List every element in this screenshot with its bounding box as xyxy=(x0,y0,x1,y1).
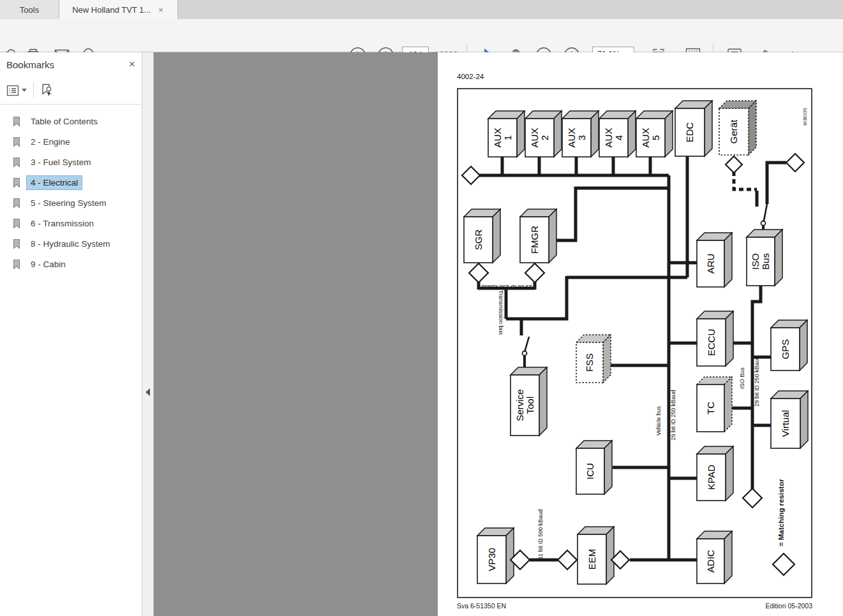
bookmark-item-label: 4 - Electrical xyxy=(26,175,82,190)
svg-text:ADIC: ADIC xyxy=(705,550,716,573)
wiring-diagram: AUX1AUX2AUX3AUX4AUX5EDCGerätSGRFMGRServi… xyxy=(457,88,812,598)
diagram-label: 29 bit ID 250 kBaud xyxy=(670,390,676,440)
tab-document-label: New Holland TVT 1... xyxy=(72,5,151,15)
diagram-box-geraet: Gerät xyxy=(719,101,756,155)
bookmarks-panel: Bookmarks × xyxy=(0,52,142,616)
diagram-box-icu: ICU xyxy=(576,441,612,494)
diagram-label: 29 bit ID 250 kBaud xyxy=(481,284,532,290)
bookmark-icon xyxy=(12,177,21,188)
svg-text:Gerät: Gerät xyxy=(728,119,739,143)
bookmark-item[interactable]: 6 - Transmission xyxy=(0,213,142,233)
diagram-label: Transmission bus xyxy=(498,290,504,335)
bookmark-item-label: Table of Contents xyxy=(26,114,102,129)
diagram-border xyxy=(458,89,812,598)
bookmark-icon xyxy=(12,157,21,168)
footer-document-code: Sva 6-51350 EN xyxy=(457,602,506,610)
svg-text:EEM: EEM xyxy=(586,549,597,570)
diagram-label: = Matching resistor xyxy=(777,479,785,546)
bookmark-item[interactable]: 3 - Fuel System xyxy=(0,152,142,172)
svg-text:ICU: ICU xyxy=(585,463,595,480)
bookmark-item-label: 9 - Cabin xyxy=(26,257,70,272)
tab-tools-label: Tools xyxy=(20,5,39,15)
diagram-label: Vehicle bus xyxy=(655,406,662,436)
diagram-box-eccu: ECCU xyxy=(697,311,733,366)
figure-number: 4002-24 xyxy=(457,73,484,80)
footer-edition: Edition 05-2003 xyxy=(765,602,812,610)
diagram-box-iso_bus: ISOBus xyxy=(747,230,782,286)
diagram-label: SC03E06 xyxy=(803,108,807,126)
tab-bar: Tools New Holland TVT 1... × xyxy=(0,0,843,20)
svg-text:TC: TC xyxy=(705,402,716,414)
diagram-box-aux5: AUX5 xyxy=(636,111,673,157)
svg-text:FMGR: FMGR xyxy=(529,226,540,254)
diagram-box-fmgr: FMGR xyxy=(520,209,556,263)
bookmark-item-label: 8 - Hydraulic System xyxy=(26,237,115,251)
svg-text:Virtual: Virtual xyxy=(780,410,791,437)
tab-tools[interactable]: Tools xyxy=(0,0,59,19)
bookmark-item[interactable]: Table of Contents xyxy=(0,111,142,131)
diagram-label: 11 bit ID 500 kBaud xyxy=(537,510,544,559)
svg-text:FSS: FSS xyxy=(584,353,595,372)
diagram-box-adic: ADIC xyxy=(697,531,732,583)
diagram-box-sgr: SGR xyxy=(464,209,500,263)
find-current-bookmark-button[interactable] xyxy=(40,84,54,98)
bookmark-item[interactable]: 5 - Steering System xyxy=(0,193,142,213)
switch-pivot xyxy=(761,221,766,226)
bookmark-search-icon xyxy=(40,84,54,98)
chevron-down-icon xyxy=(22,89,27,92)
bookmark-item[interactable]: 8 - Hydraulic System xyxy=(0,233,142,254)
pdf-page: 4002-24 AUX1AUX2AUX3AUX4AUX5EDCGerätSGRF… xyxy=(438,52,843,616)
diagram-label: 29 bit ID 250 kBaud xyxy=(754,356,760,406)
bookmarks-toolbar xyxy=(0,77,142,105)
bookmark-item[interactable]: 4 - Electrical xyxy=(0,172,142,193)
diagram-box-aux2: AUX2 xyxy=(525,111,562,157)
svg-text:ARU: ARU xyxy=(705,254,716,274)
diagram-box-aux1: AUX1 xyxy=(488,111,525,157)
svg-text:KPAD: KPAD xyxy=(706,464,717,490)
svg-text:ISOBus: ISOBus xyxy=(750,253,771,270)
main-toolbar: / 2396 71.1% xyxy=(0,19,843,52)
tab-document[interactable]: New Holland TVT 1... × xyxy=(59,0,178,19)
tab-close-icon[interactable]: × xyxy=(157,6,165,14)
svg-text:VP30: VP30 xyxy=(486,548,497,571)
bookmark-icon xyxy=(12,198,21,209)
diagram-label: ISO Bus xyxy=(739,367,745,389)
options-list-icon xyxy=(6,85,19,96)
page-footer: Sva 6-51350 EN Edition 05-2003 xyxy=(457,602,812,610)
bookmark-item-label: 5 - Steering System xyxy=(26,196,111,210)
diagram-box-gps: GPS xyxy=(771,320,807,370)
diagram-box-vp30: VP30 xyxy=(477,528,514,583)
switch-pivot xyxy=(523,351,527,356)
bookmark-item-label: 2 - Engine xyxy=(26,135,75,149)
bookmarks-list: Table of Contents 2 - Engine 3 - Fuel Sy… xyxy=(0,111,142,274)
diagram-box-service_tool: ServiceTool xyxy=(511,367,547,436)
bookmark-item-label: 6 - Transmission xyxy=(26,216,98,231)
document-canvas: 4002-24 AUX1AUX2AUX3AUX4AUX5EDCGerätSGRF… xyxy=(154,52,843,616)
bookmark-icon xyxy=(12,116,21,127)
bookmark-icon xyxy=(12,259,21,270)
diagram-box-aux3: AUX3 xyxy=(562,111,599,157)
diagram-box-edc: EDC xyxy=(675,101,712,156)
bookmark-item[interactable]: 2 - Engine xyxy=(0,131,142,152)
diagram-box-eem: EEM xyxy=(578,527,614,584)
panel-close-icon[interactable]: × xyxy=(129,58,135,71)
bookmark-icon xyxy=(12,238,21,249)
bookmark-item[interactable]: 9 - Cabin xyxy=(0,254,142,274)
diagram-box-aux4: AUX4 xyxy=(599,111,636,157)
bookmark-icon xyxy=(12,136,21,147)
svg-text:GPS: GPS xyxy=(780,339,791,360)
toolbar-separator xyxy=(33,82,34,99)
bookmark-item-label: 3 - Fuel System xyxy=(26,155,96,170)
acrobat-window: Tools New Holland TVT 1... × xyxy=(0,0,843,616)
diagram-box-kpad: KPAD xyxy=(697,446,733,501)
svg-text:SGR: SGR xyxy=(473,230,484,251)
bookmark-options-button[interactable] xyxy=(6,85,27,96)
bookmark-icon xyxy=(12,218,21,229)
svg-text:EDC: EDC xyxy=(684,122,695,142)
bookmarks-title: Bookmarks xyxy=(6,59,54,70)
bookmarks-header: Bookmarks × xyxy=(0,52,142,77)
svg-text:ECCU: ECCU xyxy=(706,329,717,356)
sidebar-collapse-strip[interactable] xyxy=(142,52,154,616)
diagram-box-fss: FSS xyxy=(576,335,611,383)
diagram-box-aru: ARU xyxy=(697,233,732,287)
